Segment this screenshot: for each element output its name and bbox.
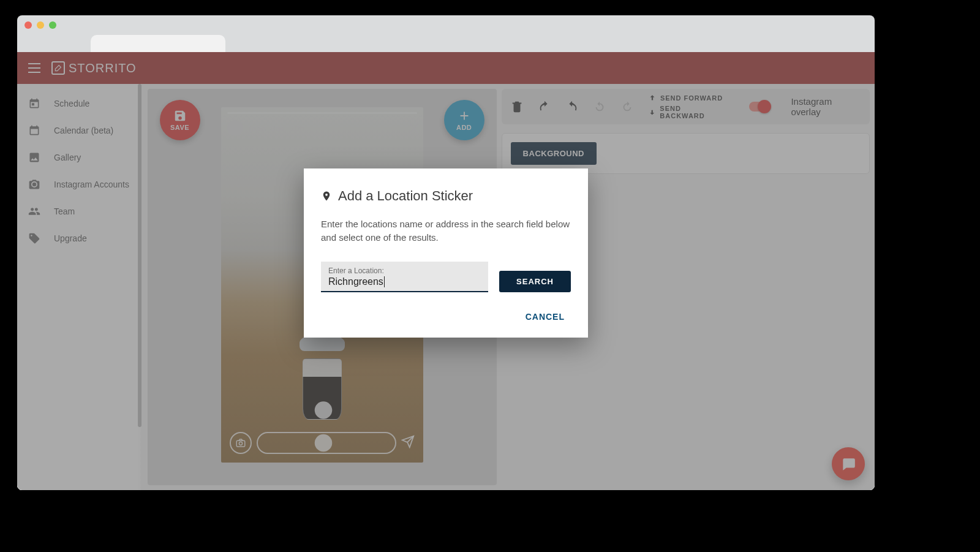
location-sticker-modal: Add a Location Sticker Enter the locatio… [304,168,588,338]
browser-tabstrip [17,35,875,52]
modal-actions: CANCEL [321,308,571,325]
browser-titlebar [17,15,875,35]
location-pin-icon [321,189,332,203]
search-button[interactable]: SEARCH [499,271,571,292]
location-field[interactable]: Enter a Location: Richngreens [321,262,488,293]
modal-search-row: Enter a Location: Richngreens SEARCH [321,262,571,293]
window-maximize-icon[interactable] [49,21,56,29]
modal-overlay[interactable]: Add a Location Sticker Enter the locatio… [17,52,875,490]
modal-description: Enter the locations name or address in t… [321,217,571,244]
browser-tab[interactable] [91,35,225,52]
browser-window: STORRITO Schedule Calendar (beta) Galler… [17,15,875,490]
window-close-icon[interactable] [24,21,32,29]
window-minimize-icon[interactable] [37,21,44,29]
modal-title-text: Add a Location Sticker [338,188,473,204]
modal-title: Add a Location Sticker [321,188,571,204]
app-viewport: STORRITO Schedule Calendar (beta) Galler… [17,52,875,490]
location-field-label: Enter a Location: [328,267,481,275]
location-input[interactable]: Richngreens [328,276,383,287]
cancel-button[interactable]: CANCEL [519,308,571,325]
